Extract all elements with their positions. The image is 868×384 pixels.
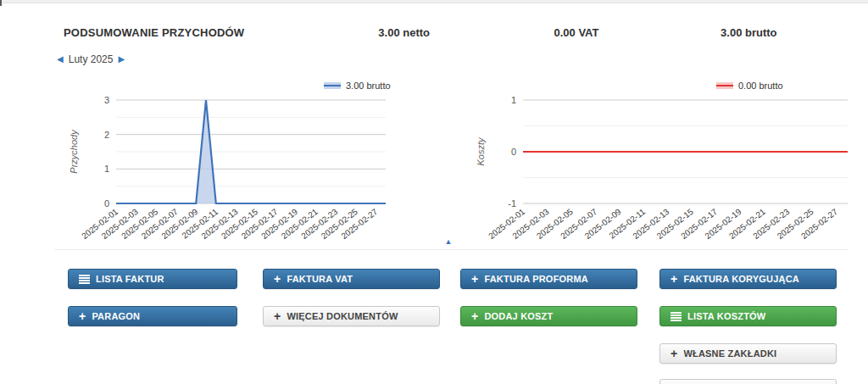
prev-month-icon[interactable]: ◀ xyxy=(57,55,64,64)
costs-chart: -1012025-02-012025-02-032025-02-052025-0… xyxy=(473,79,856,248)
button-label: WIĘCEJ DOKUMENTÓW xyxy=(287,311,398,321)
wlasne-zakladki-button[interactable]: + WŁASNE ZAKŁADKI xyxy=(659,343,837,364)
svg-text:-1: -1 xyxy=(508,198,516,209)
collapse-charts-toggle[interactable]: ▲ xyxy=(442,237,455,247)
top-toolbar-edge xyxy=(0,0,868,3)
button-label: FAKTURA VAT xyxy=(287,274,353,284)
button-label: FAKTURA PROFORMA xyxy=(484,274,588,284)
month-label: Luty 2025 xyxy=(69,53,114,65)
faktura-vat-button[interactable]: + FAKTURA VAT xyxy=(263,269,440,289)
button-label: LISTA KOSZTÓW xyxy=(687,311,765,321)
svg-text:Koszty: Koszty xyxy=(476,136,486,166)
lista-faktur-button[interactable]: LISTA FAKTUR xyxy=(68,269,237,289)
list-icon xyxy=(670,312,682,321)
plus-icon: + xyxy=(471,310,478,322)
svg-text:0: 0 xyxy=(104,198,109,209)
partial-bottom-button[interactable] xyxy=(659,379,837,384)
revenue-summary-header: PODSUMOWANIE PRZYCHODÓW 3.00 netto 0.00 … xyxy=(64,26,835,39)
button-label: WŁASNE ZAKŁADKI xyxy=(683,348,776,359)
svg-text:0: 0 xyxy=(511,147,516,157)
button-label: LISTA FAKTUR xyxy=(96,274,164,284)
window-edge-artifact xyxy=(0,0,2,6)
next-month-icon[interactable]: ▶ xyxy=(118,55,125,64)
summary-netto: 3.00 netto xyxy=(318,26,490,39)
svg-text:1: 1 xyxy=(511,95,516,105)
button-label: PARAGON xyxy=(92,311,140,321)
dodaj-koszt-button[interactable]: + DODAJ KOSZT xyxy=(460,306,637,326)
list-icon xyxy=(79,275,90,284)
plus-icon: + xyxy=(274,273,281,285)
svg-text:3.00 brutto: 3.00 brutto xyxy=(346,81,391,91)
svg-text:3: 3 xyxy=(104,95,109,105)
svg-text:2: 2 xyxy=(104,130,109,140)
paragon-button[interactable]: + PARAGON xyxy=(68,306,237,326)
revenue-chart: 01232025-02-012025-02-032025-02-052025-0… xyxy=(66,79,441,248)
summary-brutto: 3.00 brutto xyxy=(663,26,835,39)
plus-icon: + xyxy=(79,310,86,322)
lista-kosztow-button[interactable]: LISTA KOSZTÓW xyxy=(659,306,837,326)
month-navigator: ◀ Luty 2025 ▶ xyxy=(57,53,125,65)
plus-icon: + xyxy=(274,310,281,322)
page-title: PODSUMOWANIE PRZYCHODÓW xyxy=(64,26,318,39)
wiecej-dokumentow-button[interactable]: + WIĘCEJ DOKUMENTÓW xyxy=(263,306,440,326)
plus-icon: + xyxy=(670,273,677,285)
svg-text:Przychody: Przychody xyxy=(69,129,79,174)
plus-icon: + xyxy=(471,273,478,285)
svg-text:1: 1 xyxy=(104,164,109,174)
summary-vat: 0.00 VAT xyxy=(490,26,662,39)
svg-text:0.00 brutto: 0.00 brutto xyxy=(738,81,783,91)
faktura-korygujaca-button[interactable]: + FAKTURA KORYGUJĄCA xyxy=(659,269,837,289)
button-label: FAKTURA KORYGUJĄCA xyxy=(683,274,799,284)
button-label: DODAJ KOSZT xyxy=(484,311,553,321)
section-divider xyxy=(54,249,848,250)
faktura-proforma-button[interactable]: + FAKTURA PROFORMA xyxy=(460,269,637,289)
plus-icon: + xyxy=(670,348,677,359)
